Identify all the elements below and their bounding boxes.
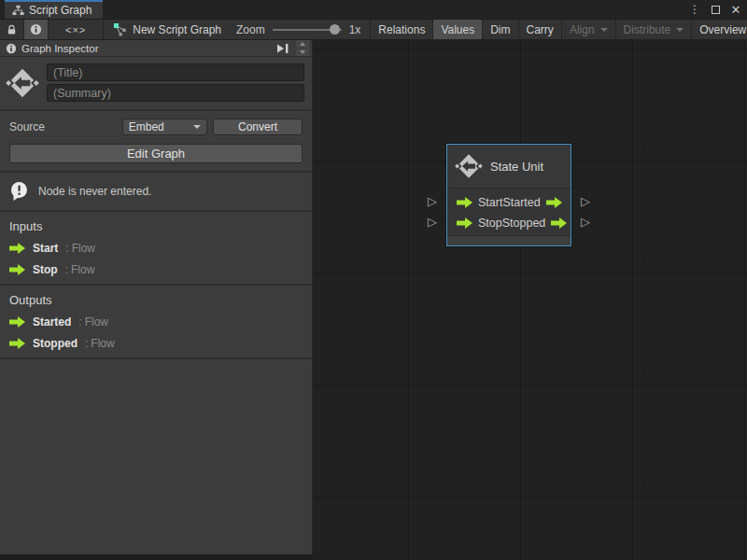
scroll-up-button[interactable] bbox=[296, 40, 309, 48]
dock-panel-button[interactable] bbox=[275, 42, 291, 55]
lock-icon bbox=[6, 23, 18, 36]
node-port-row: Stop Stopped bbox=[447, 213, 571, 233]
dim-button[interactable]: Dim bbox=[483, 20, 518, 39]
state-unit-node-body: Start Started Stop Stopped bbox=[447, 189, 571, 233]
code-view-button[interactable]: <×> bbox=[49, 20, 104, 39]
inspector-empty-area bbox=[0, 359, 312, 554]
info-icon bbox=[30, 23, 42, 35]
flow-arrow-icon bbox=[9, 338, 25, 349]
new-script-graph-label: New Script Graph bbox=[133, 23, 221, 36]
relations-button[interactable]: Relations bbox=[371, 20, 433, 39]
input-port-stop[interactable]: Stop bbox=[457, 217, 502, 230]
chevron-down-icon bbox=[193, 125, 201, 129]
flow-arrow-icon bbox=[9, 264, 25, 275]
close-icon[interactable]: ✕ bbox=[728, 2, 743, 17]
new-script-graph-button[interactable]: New Script Graph bbox=[104, 20, 231, 39]
toolbar-right-group: Relations Values Dim Carry Align Distrib… bbox=[370, 20, 747, 39]
connector-triangle-icon[interactable]: ▷ bbox=[428, 216, 437, 228]
input-port-start[interactable]: Start bbox=[457, 196, 502, 209]
chevron-down-icon bbox=[676, 28, 684, 32]
node-footer bbox=[447, 235, 571, 245]
warning-bubble-icon bbox=[9, 181, 30, 202]
lock-button[interactable] bbox=[0, 20, 24, 39]
flow-arrow-icon bbox=[9, 316, 25, 328]
port-list-item: Start :Flow bbox=[9, 242, 303, 255]
source-label: Source bbox=[9, 120, 122, 133]
port-list-item: Stop :Flow bbox=[9, 263, 303, 276]
zoom-value: 1x bbox=[349, 23, 361, 36]
zoom-control: Zoom 1x bbox=[231, 20, 370, 39]
script-graph-hierarchy-icon bbox=[12, 5, 24, 17]
warning-section: Node is never entered. bbox=[0, 173, 312, 212]
outputs-title: Outputs bbox=[9, 293, 303, 307]
inputs-title: Inputs bbox=[9, 219, 303, 233]
carry-button[interactable]: Carry bbox=[519, 20, 562, 39]
info-icon bbox=[6, 43, 17, 54]
graph-canvas[interactable]: State Unit Start Started Stop Sto bbox=[313, 40, 747, 560]
tab-script-graph[interactable]: Script Graph bbox=[5, 0, 103, 19]
flow-arrow-icon bbox=[9, 243, 25, 254]
port-list-item: Stopped :Flow bbox=[9, 337, 303, 350]
flow-arrow-icon bbox=[551, 217, 567, 229]
window-titlebar: Script Graph ⋮ ✕ bbox=[0, 0, 747, 19]
zoom-slider[interactable] bbox=[273, 19, 342, 40]
connector-triangle-icon[interactable]: ▷ bbox=[581, 216, 590, 228]
flow-arrow-icon bbox=[457, 217, 472, 229]
overview-button[interactable]: Overview bbox=[692, 20, 747, 39]
graph-summary-input[interactable] bbox=[47, 84, 304, 102]
graph-toolbar: <×> New Script Graph Zoom 1x Relations V… bbox=[0, 19, 747, 40]
window-controls: ⋮ ✕ bbox=[687, 0, 743, 19]
node-port-row: Start Started bbox=[447, 192, 571, 213]
graph-title-input[interactable] bbox=[47, 63, 304, 81]
window-menu-icon[interactable]: ⋮ bbox=[687, 2, 702, 17]
node-title: State Unit bbox=[490, 160, 543, 174]
values-button[interactable]: Values bbox=[433, 20, 483, 39]
triangle-up-icon bbox=[300, 42, 305, 46]
triangle-down-icon bbox=[300, 50, 305, 54]
zoom-slider-thumb[interactable] bbox=[330, 24, 340, 35]
state-unit-node-header[interactable]: State Unit bbox=[447, 145, 571, 189]
inspector-toggle-button[interactable] bbox=[24, 20, 49, 39]
tab-title: Script Graph bbox=[29, 4, 92, 17]
warning-text: Node is never entered. bbox=[38, 185, 151, 198]
graph-identity-section bbox=[0, 57, 312, 111]
maximize-icon[interactable] bbox=[708, 2, 723, 17]
state-unit-icon bbox=[455, 152, 483, 180]
code-icon: <×> bbox=[65, 24, 86, 35]
zoom-label: Zoom bbox=[236, 23, 265, 36]
graph-inspector-panel: Graph Inspector Source Embed bbox=[0, 40, 313, 555]
dock-right-icon bbox=[276, 43, 289, 54]
distribute-dropdown: Distribute bbox=[616, 20, 693, 39]
outputs-section: Outputs Started :Flow Stopped :Flow bbox=[0, 286, 312, 359]
connector-triangle-icon[interactable]: ▷ bbox=[428, 195, 437, 207]
inputs-section: Inputs Start :Flow Stop :Flow bbox=[0, 212, 312, 286]
output-port-stopped[interactable]: Stopped bbox=[502, 217, 568, 230]
flow-arrow-icon bbox=[457, 197, 472, 208]
flow-arrow-icon bbox=[546, 197, 562, 208]
chevron-down-icon bbox=[600, 28, 608, 32]
output-port-started[interactable]: Started bbox=[502, 196, 561, 209]
align-dropdown: Align bbox=[562, 20, 616, 39]
source-dropdown-value: Embed bbox=[129, 120, 164, 133]
connector-triangle-icon[interactable]: ▷ bbox=[581, 195, 590, 207]
state-unit-node[interactable]: State Unit Start Started Stop Sto bbox=[446, 144, 571, 246]
source-dropdown[interactable]: Embed bbox=[122, 119, 207, 135]
panel-scroll-buttons bbox=[296, 40, 309, 56]
scroll-down-button[interactable] bbox=[296, 49, 309, 56]
inspector-title: Graph Inspector bbox=[21, 43, 98, 54]
source-section: Source Embed Convert Edit Graph bbox=[0, 111, 312, 173]
state-unit-icon bbox=[6, 66, 39, 100]
port-list-item: Started :Flow bbox=[9, 315, 303, 329]
edit-graph-button[interactable]: Edit Graph bbox=[9, 144, 303, 163]
graph-inspector-header: Graph Inspector bbox=[0, 40, 312, 57]
convert-button[interactable]: Convert bbox=[213, 119, 303, 135]
graph-node-icon bbox=[113, 22, 127, 36]
